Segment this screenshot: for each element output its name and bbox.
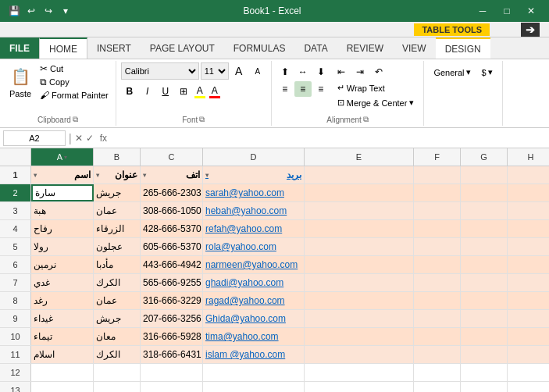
grid-cell[interactable]: Ghida@yahoo.com: [203, 310, 305, 327]
grid-cell[interactable]: [508, 166, 549, 184]
align-left-button[interactable]: ≡: [276, 81, 294, 97]
grid-cell[interactable]: غيداء: [31, 310, 94, 327]
save-icon[interactable]: 💾: [6, 3, 22, 19]
grid-cell[interactable]: [461, 328, 508, 345]
grid-cell[interactable]: [461, 238, 508, 255]
grid-cell[interactable]: 308-666-1050: [141, 202, 203, 219]
grid-cell[interactable]: tima@yahoo.com: [203, 328, 305, 345]
grid-cell[interactable]: ghadi@yahoo.com: [203, 274, 305, 291]
grid-cell[interactable]: هبة: [31, 202, 94, 219]
grid-cell[interactable]: الكرك: [94, 274, 141, 291]
row-number[interactable]: 2: [0, 184, 31, 201]
col-header-c[interactable]: C: [141, 148, 203, 166]
grid-cell[interactable]: [305, 256, 414, 273]
tab-home[interactable]: HOME: [39, 37, 87, 59]
currency-button[interactable]: $ ▾: [477, 66, 497, 79]
grid-cell[interactable]: اسلام: [31, 346, 94, 363]
grid-cell[interactable]: عمان: [94, 202, 141, 219]
grid-cell[interactable]: نرمين: [31, 256, 94, 273]
grid-cell[interactable]: الزرقاء: [94, 220, 141, 237]
highlight-color-button[interactable]: A: [193, 84, 207, 100]
grid-cell[interactable]: [414, 220, 461, 237]
grid-cell[interactable]: [203, 382, 305, 392]
grid-cell[interactable]: [414, 256, 461, 273]
grid-cell[interactable]: غدي: [31, 274, 94, 291]
grid-cell[interactable]: سارة: [31, 184, 94, 201]
bold-button[interactable]: B: [121, 83, 138, 100]
grid-cell[interactable]: [305, 220, 414, 237]
grid-cell[interactable]: 265-666-2303: [141, 184, 203, 201]
decrease-indent-button[interactable]: ⇤: [333, 64, 350, 80]
grid-cell[interactable]: 443-666-4942: [141, 256, 203, 273]
col-header-e[interactable]: E: [305, 148, 414, 166]
grid-cell[interactable]: [414, 202, 461, 219]
grid-cell[interactable]: بريد▾: [203, 166, 305, 184]
grid-cell[interactable]: [94, 382, 141, 392]
grid-cell[interactable]: عجلون: [94, 238, 141, 255]
grid-cell[interactable]: [461, 220, 508, 237]
redo-icon[interactable]: ↪: [41, 3, 56, 19]
grid-cell[interactable]: [461, 184, 508, 201]
grid-cell[interactable]: [508, 220, 549, 237]
grid-cell[interactable]: مأدبا: [94, 256, 141, 273]
col-header-f[interactable]: F: [414, 148, 461, 166]
grid-cell[interactable]: 316-666-5928: [141, 328, 203, 345]
row-number[interactable]: 10: [0, 328, 31, 345]
row-number[interactable]: 4: [0, 220, 31, 237]
clipboard-expand-icon[interactable]: ⧉: [73, 115, 78, 124]
grid-cell[interactable]: [461, 346, 508, 363]
alignment-expand-icon[interactable]: ⧉: [363, 115, 369, 124]
grid-cell[interactable]: sarah@yahoo.com: [203, 184, 305, 201]
grid-cell[interactable]: 316-666-3229: [141, 292, 203, 309]
increase-font-button[interactable]: A: [230, 62, 248, 80]
grid-cell[interactable]: narmeen@yahoo.com: [203, 256, 305, 273]
grid-cell[interactable]: 207-666-3256: [141, 310, 203, 327]
row-number[interactable]: 11: [0, 346, 31, 363]
col-header-d[interactable]: D: [203, 148, 305, 166]
grid-cell[interactable]: [461, 382, 508, 392]
close-button[interactable]: ✕: [519, 5, 543, 16]
tab-formulas[interactable]: FORMULAS: [224, 37, 295, 59]
grid-cell[interactable]: [305, 310, 414, 327]
grid-cell[interactable]: عمان: [94, 292, 141, 309]
grid-cell[interactable]: [31, 382, 94, 392]
font-name-select[interactable]: Calibri: [121, 62, 199, 80]
grid-cell[interactable]: hebah@yahoo.com: [203, 202, 305, 219]
row-number[interactable]: 3: [0, 202, 31, 219]
grid-cell[interactable]: [305, 202, 414, 219]
tab-insert[interactable]: INSERT: [87, 37, 141, 59]
align-top-button[interactable]: ⬆: [276, 64, 294, 80]
grid-cell[interactable]: [414, 238, 461, 255]
grid-cell[interactable]: [94, 364, 141, 381]
grid-cell[interactable]: [461, 256, 508, 273]
grid-cell[interactable]: [414, 382, 461, 392]
align-middle-button[interactable]: ↔: [294, 64, 312, 80]
increase-indent-button[interactable]: ⇥: [351, 64, 369, 80]
row-number[interactable]: 5: [0, 238, 31, 255]
tab-review[interactable]: REVIEW: [337, 37, 393, 59]
grid-cell[interactable]: [31, 364, 94, 381]
customize-icon[interactable]: ▾: [58, 3, 73, 19]
grid-cell[interactable]: رغد: [31, 292, 94, 309]
grid-cell[interactable]: تيماء: [31, 328, 94, 345]
grid-cell[interactable]: [508, 292, 549, 309]
grid-cell[interactable]: [414, 346, 461, 363]
grid-cell[interactable]: [305, 328, 414, 345]
row-number[interactable]: 1: [0, 166, 31, 184]
undo-icon[interactable]: ↩: [23, 3, 39, 19]
align-bottom-button[interactable]: ⬇: [312, 64, 330, 80]
grid-cell[interactable]: [414, 184, 461, 201]
col-header-b[interactable]: B: [94, 148, 141, 166]
tab-design[interactable]: DESIGN: [436, 37, 490, 59]
border-button[interactable]: ⊞: [175, 83, 192, 100]
row-number[interactable]: 6: [0, 256, 31, 273]
col-header-g[interactable]: G: [461, 148, 508, 166]
grid-cell[interactable]: [141, 382, 203, 392]
copy-button[interactable]: ⧉ Copy: [37, 76, 111, 88]
wrap-text-button[interactable]: ↵ Wrap Text: [333, 81, 390, 94]
format-painter-button[interactable]: 🖌 Format Painter: [37, 89, 111, 102]
tab-view[interactable]: VIEW: [393, 37, 436, 59]
decrease-font-button[interactable]: A: [249, 62, 266, 80]
grid-cell[interactable]: [508, 310, 549, 327]
font-expand-icon[interactable]: ⧉: [199, 115, 205, 124]
